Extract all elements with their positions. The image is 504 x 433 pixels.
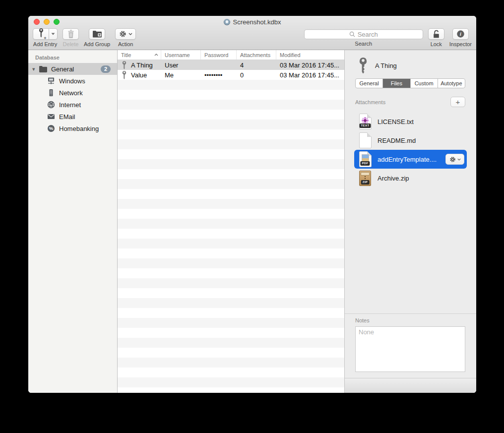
table-row-empty bbox=[118, 348, 344, 358]
tab-files[interactable]: Files bbox=[382, 79, 410, 88]
chevron-down-icon bbox=[128, 33, 132, 35]
cell-text: 03 Mar 2016 17:45... bbox=[280, 62, 339, 69]
attachments-list: TEXTLICENSE.txtREADME.mdPDFaddEntryTempl… bbox=[354, 112, 467, 187]
column-header-label: Username bbox=[165, 52, 190, 58]
add-entry-dropdown-button[interactable] bbox=[49, 28, 58, 40]
email-icon bbox=[47, 113, 55, 121]
toolbar-left-group: + Add Entry bbox=[33, 28, 141, 47]
network-icon bbox=[47, 89, 55, 97]
attachment-name: LICENSE.txt bbox=[378, 118, 414, 125]
column-header-modified[interactable]: Modified bbox=[276, 50, 344, 60]
lock-open-icon bbox=[433, 30, 440, 39]
cell-username: User bbox=[161, 62, 201, 69]
toolbar-right-group: Search Search Lock bbox=[304, 28, 472, 47]
table-row-empty bbox=[118, 358, 344, 368]
inspector-spacer bbox=[345, 187, 476, 313]
attachments-header-row: Attachments + bbox=[355, 97, 465, 107]
delete-item: Delete bbox=[63, 28, 79, 47]
inspector-entry-header: A Thing bbox=[358, 55, 476, 76]
column-header-label: Title bbox=[121, 52, 131, 58]
sidebar-item-label: General bbox=[51, 65, 74, 73]
sidebar-item-windows[interactable]: Windows bbox=[28, 75, 117, 87]
cell-modified: 03 Mar 2016 17:45... bbox=[276, 71, 344, 79]
chevron-down-icon bbox=[457, 158, 461, 161]
table-row-value[interactable]: ValueMe••••••••003 Mar 2016 17:45... bbox=[118, 70, 344, 80]
entry-key-icon bbox=[122, 71, 127, 79]
gear-icon bbox=[449, 156, 456, 163]
sidebar-item-general[interactable]: ▾ General 2 bbox=[28, 63, 117, 75]
svg-text:i: i bbox=[460, 31, 461, 37]
action-button[interactable] bbox=[115, 28, 136, 40]
sidebar: Database ▾ General 2 WindowsNetworkInter… bbox=[28, 50, 118, 393]
entry-count-badge: 2 bbox=[101, 65, 111, 73]
column-header-title[interactable]: Title bbox=[118, 50, 161, 60]
attachment-addentrytemplate[interactable]: PDFaddEntryTemplate.... bbox=[354, 150, 467, 169]
attachment-name: Archive.zip bbox=[378, 175, 409, 182]
entry-table-body: A ThingUser403 Mar 2016 17:45...ValueMe•… bbox=[118, 60, 344, 393]
column-header-password[interactable]: Password bbox=[201, 50, 237, 60]
inspector-label: Inspector bbox=[449, 41, 472, 47]
sidebar-item-label: EMail bbox=[59, 113, 75, 121]
sidebar-item-homebanking[interactable]: %Homebanking bbox=[28, 123, 117, 134]
lock-button[interactable] bbox=[428, 28, 444, 40]
sidebar-item-email[interactable]: EMail bbox=[28, 111, 117, 123]
table-row-empty bbox=[118, 120, 344, 129]
action-label: Action bbox=[118, 41, 133, 47]
macpass-window: Screenshot.kdbx + bbox=[28, 16, 476, 393]
text-file-icon: TEXT bbox=[359, 114, 372, 129]
table-row-empty bbox=[118, 209, 344, 219]
folder-plus-icon bbox=[93, 30, 102, 38]
lock-label: Lock bbox=[431, 41, 442, 47]
inspector-entry-title: A Thing bbox=[375, 62, 397, 69]
attachment-license-txt[interactable]: TEXTLICENSE.txt bbox=[354, 112, 467, 131]
table-row-empty bbox=[118, 248, 344, 258]
sidebar-item-label: Homebanking bbox=[59, 125, 99, 132]
inspector-item: i Inspector bbox=[449, 28, 472, 47]
notes-textarea[interactable] bbox=[355, 326, 465, 372]
table-row-empty bbox=[118, 139, 344, 149]
sidebar-item-label: Windows bbox=[59, 77, 85, 85]
table-row-a-thing[interactable]: A ThingUser403 Mar 2016 17:45... bbox=[118, 60, 344, 70]
attachment-readme-md[interactable]: README.md bbox=[354, 131, 467, 150]
add-entry-button[interactable]: + bbox=[33, 28, 49, 40]
tab-general[interactable]: General bbox=[356, 79, 382, 88]
table-row-empty bbox=[118, 258, 344, 268]
column-header-username[interactable]: Username bbox=[161, 50, 201, 60]
cell-modified: 03 Mar 2016 17:45... bbox=[276, 62, 344, 69]
inspector-button[interactable]: i bbox=[452, 28, 469, 40]
cell-text: A Thing bbox=[131, 62, 153, 69]
cell-title: A Thing bbox=[118, 61, 161, 69]
column-header-attachments[interactable]: Attachments bbox=[237, 50, 276, 60]
sidebar-item-network[interactable]: Network bbox=[28, 87, 117, 99]
attachment-icon-wrap: TEXT bbox=[358, 114, 372, 129]
cell-attachments: 0 bbox=[237, 71, 276, 79]
sort-ascending-icon bbox=[154, 54, 158, 56]
add-attachment-button[interactable]: + bbox=[450, 97, 465, 107]
table-row-empty bbox=[118, 377, 344, 387]
cell-title: Value bbox=[118, 71, 161, 79]
titlebar[interactable]: Screenshot.kdbx bbox=[28, 16, 476, 27]
tab-custom[interactable]: Custom bbox=[410, 79, 438, 88]
table-row-empty bbox=[118, 368, 344, 377]
search-input[interactable]: Search bbox=[304, 29, 423, 39]
tab-autotype[interactable]: Autotype bbox=[438, 79, 465, 88]
attachment-icon-wrap: ZIP bbox=[358, 171, 372, 186]
sidebar-item-internet[interactable]: Internet bbox=[28, 99, 117, 111]
cell-text: 4 bbox=[240, 62, 244, 69]
table-row-empty bbox=[118, 239, 344, 248]
table-row-empty bbox=[118, 159, 344, 169]
trash-icon bbox=[67, 30, 74, 38]
delete-button[interactable] bbox=[63, 28, 79, 40]
window-header: Screenshot.kdbx + bbox=[28, 16, 476, 50]
attachment-archive-zip[interactable]: ZIPArchive.zip bbox=[354, 169, 467, 187]
table-row-empty bbox=[118, 318, 344, 328]
toolbar: + Add Entry bbox=[28, 27, 476, 47]
add-group-button[interactable] bbox=[89, 28, 105, 40]
table-row-empty bbox=[118, 129, 344, 139]
dropdown-arrow-icon bbox=[51, 33, 55, 35]
info-icon: i bbox=[456, 30, 465, 38]
window-title-area: Screenshot.kdbx bbox=[28, 18, 476, 26]
attachment-action-button[interactable] bbox=[445, 154, 464, 165]
entry-table: TitleUsernamePasswordAttachmentsModified… bbox=[118, 50, 345, 393]
disclosure-triangle-icon[interactable]: ▾ bbox=[32, 66, 38, 72]
